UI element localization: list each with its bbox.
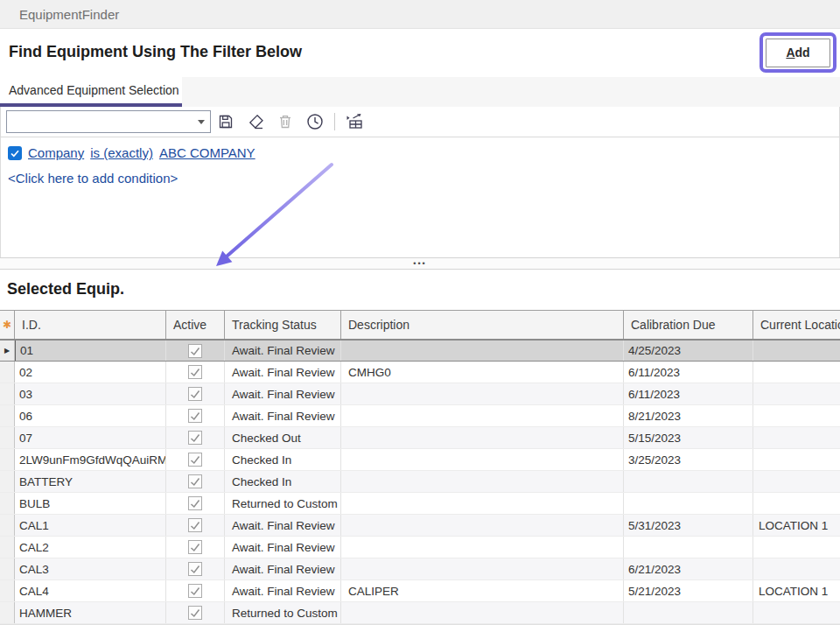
condition-checkbox[interactable]	[8, 146, 22, 160]
active-checkbox[interactable]	[188, 387, 202, 401]
cell-id[interactable]: 01	[15, 341, 166, 361]
cell-id[interactable]: CAL4	[15, 580, 166, 601]
trash-icon[interactable]	[275, 111, 296, 132]
cell-current-location[interactable]	[753, 449, 840, 470]
cell-id[interactable]: 06	[15, 405, 166, 426]
cell-description[interactable]	[341, 602, 624, 623]
cell-id[interactable]: 07	[15, 427, 166, 448]
cell-active[interactable]	[166, 558, 225, 579]
cell-tracking-status[interactable]: Await. Final Review	[225, 558, 341, 579]
cell-calibration-due[interactable]: 3/25/2023	[624, 449, 753, 470]
cell-tracking-status[interactable]: Checked Out	[225, 427, 341, 448]
add-button[interactable]: Add	[766, 39, 830, 67]
active-checkbox[interactable]	[188, 474, 202, 488]
cell-current-location[interactable]	[753, 405, 840, 426]
column-header-tracking-status[interactable]: Tracking Status	[225, 311, 341, 339]
cell-calibration-due[interactable]: 6/11/2023	[624, 362, 753, 383]
cell-calibration-due[interactable]: 5/15/2023	[624, 427, 753, 448]
table-row[interactable]: 07Checked Out5/15/2023	[0, 427, 840, 449]
cell-description[interactable]	[341, 427, 624, 448]
cell-description[interactable]: CALIPER	[341, 580, 624, 601]
cell-description[interactable]	[341, 341, 624, 361]
column-header-description[interactable]: Description	[341, 311, 624, 339]
cell-active[interactable]	[166, 537, 225, 558]
cell-calibration-due[interactable]: 5/21/2023	[624, 580, 753, 601]
active-checkbox[interactable]	[188, 365, 202, 379]
active-checkbox[interactable]	[188, 496, 202, 510]
cell-current-location[interactable]	[753, 383, 840, 404]
active-checkbox[interactable]	[188, 540, 202, 554]
cell-description[interactable]	[341, 471, 624, 492]
cell-description[interactable]	[341, 537, 624, 558]
column-chooser-icon[interactable]	[344, 111, 365, 132]
condition-field-link[interactable]: Company	[28, 145, 84, 160]
cell-description[interactable]	[341, 383, 624, 404]
cell-id[interactable]: 2LW9unFm9GfdWqQAuiRM	[15, 449, 166, 470]
table-row[interactable]: 02Await. Final ReviewCMHG06/11/2023	[0, 362, 840, 383]
cell-id[interactable]: BULB	[15, 493, 166, 514]
tab-advanced-equipment-selection[interactable]: Advanced Equipment Selection	[0, 77, 182, 107]
table-row[interactable]: BATTERYChecked In	[0, 471, 840, 493]
cell-calibration-due[interactable]: 8/21/2023	[624, 405, 753, 426]
add-condition-link[interactable]: <Click here to add condition>	[8, 171, 178, 186]
cell-active[interactable]	[166, 427, 225, 448]
table-row[interactable]: ▶01Await. Final Review4/25/2023	[0, 340, 840, 362]
cell-active[interactable]	[166, 602, 225, 623]
table-row[interactable]: CAL4Await. Final ReviewCALIPER5/21/2023L…	[0, 580, 840, 602]
cell-active[interactable]	[166, 471, 225, 492]
column-header-current-location[interactable]: Current Location	[753, 311, 840, 339]
cell-tracking-status[interactable]: Await. Final Review	[225, 405, 341, 426]
cell-active[interactable]	[166, 341, 225, 361]
cell-id[interactable]: CAL2	[15, 537, 166, 558]
cell-tracking-status[interactable]: Await. Final Review	[225, 515, 341, 536]
active-checkbox[interactable]	[188, 584, 202, 598]
cell-calibration-due[interactable]: 6/21/2023	[624, 558, 753, 579]
column-header-calibration-due[interactable]: Calibration Due	[624, 311, 753, 339]
cell-description[interactable]	[341, 558, 624, 579]
cell-active[interactable]	[166, 405, 225, 426]
cell-current-location[interactable]	[753, 427, 840, 448]
active-checkbox[interactable]	[188, 562, 202, 576]
active-checkbox[interactable]	[188, 518, 202, 532]
cell-current-location[interactable]	[753, 558, 840, 579]
eraser-icon[interactable]	[245, 111, 266, 132]
table-row[interactable]: CAL2Await. Final Review	[0, 537, 840, 558]
cell-active[interactable]	[166, 362, 225, 383]
active-checkbox[interactable]	[188, 409, 202, 423]
cell-active[interactable]	[166, 515, 225, 536]
table-row[interactable]: BULBReturned to Custom	[0, 493, 840, 515]
cell-id[interactable]: 02	[15, 362, 166, 383]
cell-tracking-status[interactable]: Await. Final Review	[225, 580, 341, 601]
cell-active[interactable]	[166, 383, 225, 404]
cell-current-location[interactable]	[753, 602, 840, 623]
cell-tracking-status[interactable]: Returned to Custom	[225, 493, 341, 514]
table-row[interactable]: CAL1Await. Final Review5/31/2023LOCATION…	[0, 515, 840, 537]
cell-tracking-status[interactable]: Checked In	[225, 471, 341, 492]
cell-id[interactable]: HAMMER	[15, 602, 166, 623]
cell-current-location[interactable]	[753, 493, 840, 514]
active-checkbox[interactable]	[188, 606, 202, 620]
column-header-active[interactable]: Active	[166, 311, 225, 339]
pane-splitter[interactable]: •••	[0, 257, 840, 270]
cell-calibration-due[interactable]: 6/11/2023	[624, 383, 753, 404]
cell-id[interactable]: CAL1	[15, 515, 166, 536]
cell-current-location[interactable]	[753, 537, 840, 558]
cell-active[interactable]	[166, 580, 225, 601]
column-header-id[interactable]: I.D.	[15, 311, 166, 339]
cell-description[interactable]	[341, 515, 624, 536]
save-icon[interactable]	[215, 111, 236, 132]
history-icon[interactable]	[304, 111, 326, 132]
cell-tracking-status[interactable]: Returned to Custom	[225, 602, 341, 623]
cell-current-location[interactable]	[753, 341, 840, 361]
cell-id[interactable]: BATTERY	[15, 471, 166, 492]
cell-tracking-status[interactable]: Checked In	[225, 449, 341, 470]
cell-calibration-due[interactable]	[624, 493, 753, 514]
table-row[interactable]: HAMMERReturned to Custom	[0, 602, 840, 624]
cell-tracking-status[interactable]: Await. Final Review	[225, 537, 341, 558]
cell-description[interactable]	[341, 449, 624, 470]
filter-preset-combobox[interactable]	[6, 110, 211, 133]
table-row[interactable]: 06Await. Final Review8/21/2023	[0, 405, 840, 427]
cell-tracking-status[interactable]: Await. Final Review	[225, 341, 341, 361]
cell-current-location[interactable]: LOCATION 1	[753, 515, 840, 536]
cell-id[interactable]: CAL3	[15, 558, 166, 579]
